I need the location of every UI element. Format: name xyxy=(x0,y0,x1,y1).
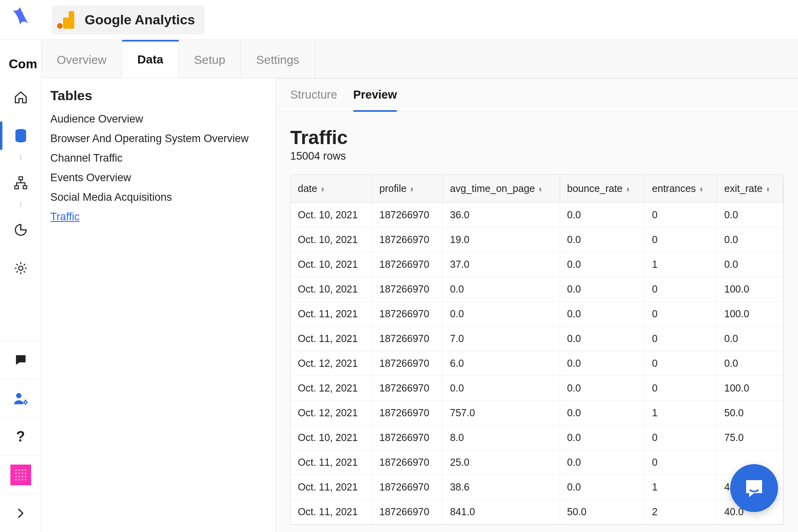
cell-profile: 187266970 xyxy=(372,203,443,227)
cell-date: Oct. 12, 2021 xyxy=(291,376,372,401)
table-row[interactable]: Oct. 10, 202118726697037.00.010.0 xyxy=(291,252,783,277)
svg-point-8 xyxy=(16,393,21,398)
rail-comments[interactable] xyxy=(0,340,41,379)
cell-avg_time_on_page: 38.6 xyxy=(443,475,560,500)
tables-heading: Tables xyxy=(50,88,267,103)
rail-expand[interactable] xyxy=(0,494,41,532)
cell-entrances: 0 xyxy=(645,302,717,326)
subtabs: StructurePreview xyxy=(276,79,798,112)
rail-insights[interactable] xyxy=(0,211,41,249)
cell-avg_time_on_page: 19.0 xyxy=(443,227,560,252)
tab-settings[interactable]: Settings xyxy=(241,40,315,78)
col-bounce_rate[interactable]: bounce_rate▲▼ xyxy=(560,175,645,203)
database-icon xyxy=(13,128,29,144)
cell-entrances: 0 xyxy=(645,376,717,401)
cell-avg_time_on_page: 7.0 xyxy=(443,326,560,351)
table-row[interactable]: Oct. 12, 2021187266970757.00.0150.0 xyxy=(291,401,783,425)
cell-entrances: 0 xyxy=(645,227,717,252)
home-icon xyxy=(14,90,28,105)
table-item-events-overview[interactable]: Events Overview xyxy=(50,172,267,184)
cell-exit_rate: 100.0 xyxy=(717,302,783,326)
table-item-traffic[interactable]: Traffic xyxy=(50,211,267,223)
cell-entrances: 0 xyxy=(645,450,717,475)
cell-entrances: 0 xyxy=(645,326,717,351)
cell-avg_time_on_page: 36.0 xyxy=(443,203,560,227)
col-entrances[interactable]: entrances▲▼ xyxy=(645,175,717,203)
cell-date: Oct. 10, 2021 xyxy=(291,203,372,227)
cell-bounce_rate: 0.0 xyxy=(560,326,645,351)
rail-user-settings[interactable] xyxy=(0,379,41,417)
cell-avg_time_on_page: 37.0 xyxy=(443,252,560,277)
cell-exit_rate: 0.0 xyxy=(717,351,783,376)
table-item-social-media-acquisitions[interactable]: Social Media Acquisitions xyxy=(50,191,267,204)
rail-help[interactable]: ? xyxy=(0,417,41,455)
col-avg_time_on_page[interactable]: avg_time_on_page▲▼ xyxy=(443,175,560,203)
cell-profile: 187266970 xyxy=(372,302,443,326)
cell-bounce_rate: 0.0 xyxy=(560,401,645,425)
cell-profile: 187266970 xyxy=(372,326,443,351)
chat-icon xyxy=(14,353,28,367)
chat-fab[interactable] xyxy=(730,464,778,512)
col-date[interactable]: date▲▼ xyxy=(291,175,372,203)
atlan-logo-icon xyxy=(9,6,31,28)
table-row[interactable]: Oct. 10, 20211872669700.00.00100.0 xyxy=(291,277,783,302)
rail-database[interactable] xyxy=(0,117,41,155)
table-item-browser-and-operating-system-overview[interactable]: Browser And Operating System Overview xyxy=(50,133,267,145)
table-row[interactable]: Oct. 11, 2021187266970841.050.0240.0 xyxy=(291,500,783,524)
subtab-preview[interactable]: Preview xyxy=(353,88,397,112)
cell-profile: 187266970 xyxy=(372,475,443,500)
rail-home[interactable] xyxy=(0,78,41,117)
cell-profile: 187266970 xyxy=(372,450,443,475)
cell-entrances: 2 xyxy=(645,500,717,524)
tab-setup[interactable]: Setup xyxy=(179,40,241,78)
rail-settings[interactable] xyxy=(0,249,41,287)
col-exit_rate[interactable]: exit_rate▲▼ xyxy=(717,175,783,203)
table-row[interactable]: Oct. 11, 20211872669700.00.00100.0 xyxy=(291,302,783,326)
table-row[interactable]: Oct. 12, 20211872669706.00.000.0 xyxy=(291,351,783,376)
cell-exit_rate: 100.0 xyxy=(717,277,783,302)
tab-overview[interactable]: Overview xyxy=(42,40,122,78)
svg-rect-1 xyxy=(63,18,69,29)
main-area: StructurePreview Traffic 15004 rows date… xyxy=(276,78,798,532)
cell-profile: 187266970 xyxy=(372,425,443,450)
cell-date: Oct. 12, 2021 xyxy=(291,401,372,425)
rail-widget[interactable] xyxy=(0,455,41,494)
cell-entrances: 0 xyxy=(645,425,717,450)
table-row[interactable]: Oct. 11, 202118726697025.00.00 xyxy=(291,450,783,475)
google-analytics-icon xyxy=(55,9,77,31)
sort-icon: ▲▼ xyxy=(766,187,770,192)
svg-point-9 xyxy=(24,401,27,403)
cell-bounce_rate: 0.0 xyxy=(560,450,645,475)
tables-list: Audience OverviewBrowser And Operating S… xyxy=(50,113,267,223)
table-row[interactable]: Oct. 10, 202118726697036.00.000.0 xyxy=(291,203,783,227)
svg-point-7 xyxy=(18,266,23,271)
datasource-badge[interactable]: Google Analytics xyxy=(52,6,204,34)
table-row[interactable]: Oct. 11, 202118726697038.60.014444 xyxy=(291,475,783,500)
cell-bounce_rate: 0.0 xyxy=(560,302,645,326)
rail-divider xyxy=(0,202,41,211)
cell-bounce_rate: 0.0 xyxy=(560,475,645,500)
table-row[interactable]: Oct. 10, 20211872669708.00.0075.0 xyxy=(291,425,783,450)
table-item-audience-overview[interactable]: Audience Overview xyxy=(50,113,267,125)
table-item-channel-traffic[interactable]: Channel Traffic xyxy=(50,152,267,164)
rail-lineage[interactable] xyxy=(0,164,41,202)
table-row[interactable]: Oct. 10, 202118726697019.00.000.0 xyxy=(291,227,783,252)
cell-profile: 187266970 xyxy=(372,376,443,401)
col-profile[interactable]: profile▲▼ xyxy=(372,175,443,203)
cell-date: Oct. 10, 2021 xyxy=(291,227,372,252)
cell-avg_time_on_page: 6.0 xyxy=(443,351,560,376)
sitemap-icon xyxy=(14,176,28,190)
cell-exit_rate: 0.0 xyxy=(717,326,783,351)
table-row[interactable]: Oct. 12, 20211872669700.00.00100.0 xyxy=(291,376,783,401)
workspace-short-label: Com xyxy=(9,57,37,71)
widget-icon xyxy=(10,465,31,485)
svg-point-2 xyxy=(57,23,63,29)
user-gear-icon xyxy=(13,390,29,406)
subtab-structure[interactable]: Structure xyxy=(290,88,337,112)
tab-data[interactable]: Data xyxy=(122,40,179,78)
cell-avg_time_on_page: 757.0 xyxy=(443,401,560,425)
table-row[interactable]: Oct. 11, 20211872669707.00.000.0 xyxy=(291,326,783,351)
svg-rect-0 xyxy=(69,11,74,29)
top-tabs: OverviewDataSetupSettings xyxy=(42,40,798,78)
data-table: date▲▼profile▲▼avg_time_on_page▲▼bounce_… xyxy=(290,174,784,525)
